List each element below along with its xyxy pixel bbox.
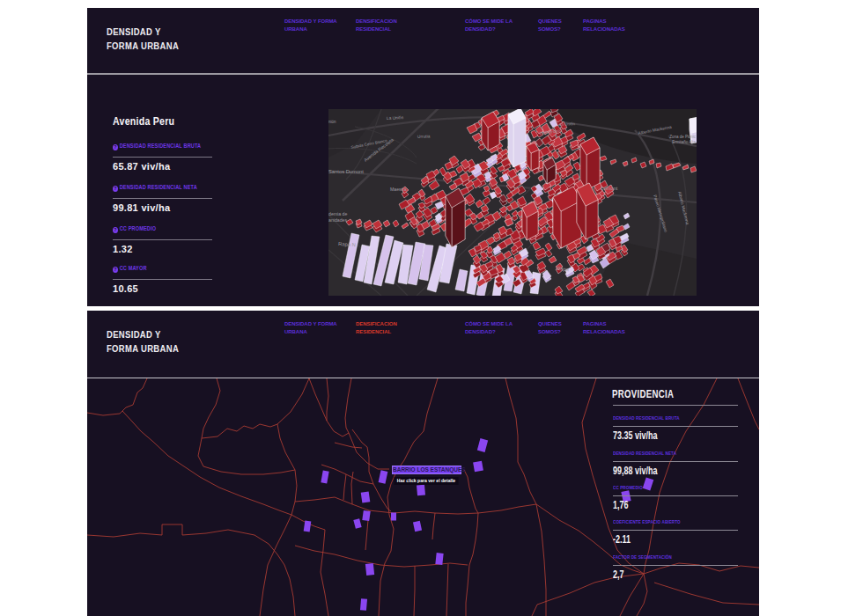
svg-text:Zona de Picnic: Zona de Picnic [669,135,697,139]
svg-text:Rapa: Rapa [557,266,570,272]
svg-text:anidades: anidades [328,217,347,223]
svg-text:Urrutia: Urrutia [417,134,431,139]
svg-text:La Unión: La Unión [559,121,576,127]
svg-text:Ermitaño Alta: Ermitaño Alta [672,140,696,144]
svg-text:nión: nión [328,120,336,124]
svg-text:La Unión: La Unión [387,115,404,121]
svg-text:demia de: demia de [328,211,347,216]
svg-text:Maestra: Maestra [390,187,407,192]
svg-text:Dumont: Dumont [601,186,618,191]
svg-text:Santos Dumont: Santos Dumont [328,169,364,174]
